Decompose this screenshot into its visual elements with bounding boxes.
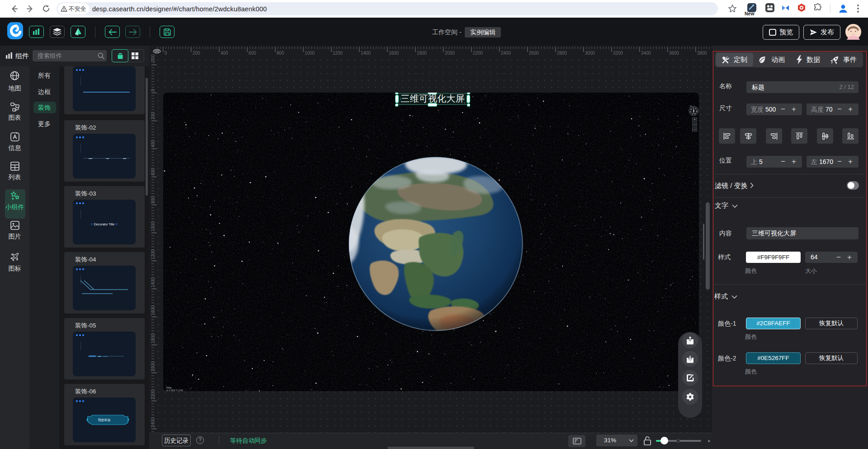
svg-text:1200: 1200 xyxy=(333,51,343,56)
svg-text:800: 800 xyxy=(277,51,284,56)
svg-text:1600: 1600 xyxy=(151,305,156,316)
svg-text:400: 400 xyxy=(221,51,228,56)
svg-text:1400: 1400 xyxy=(361,51,371,56)
svg-text:-200: -200 xyxy=(151,54,156,63)
svg-text:2800: 2800 xyxy=(557,51,567,56)
svg-text:1800: 1800 xyxy=(417,51,427,56)
svg-text:0: 0 xyxy=(165,51,167,56)
svg-text:2000: 2000 xyxy=(151,361,156,372)
svg-text:1000: 1000 xyxy=(151,221,156,232)
svg-text:1600: 1600 xyxy=(389,51,399,56)
svg-text:2600: 2600 xyxy=(529,51,539,56)
svg-text:2400: 2400 xyxy=(151,417,156,428)
svg-text:200: 200 xyxy=(193,51,200,56)
svg-text:200: 200 xyxy=(151,112,156,119)
svg-text:3200: 3200 xyxy=(613,51,623,56)
svg-text:600: 600 xyxy=(151,168,156,175)
svg-text:0: 0 xyxy=(151,89,156,92)
svg-text:3000: 3000 xyxy=(585,51,595,56)
svg-text:3600: 3600 xyxy=(669,51,679,56)
svg-text:400: 400 xyxy=(151,140,156,147)
svg-text:1000: 1000 xyxy=(305,51,315,56)
svg-text:2200: 2200 xyxy=(473,51,483,56)
svg-text:1400: 1400 xyxy=(151,277,156,288)
svg-text:3400: 3400 xyxy=(641,51,651,56)
svg-text:2000: 2000 xyxy=(445,51,455,56)
svg-text:600: 600 xyxy=(249,51,256,56)
svg-text:1800: 1800 xyxy=(151,333,156,344)
svg-text:3800: 3800 xyxy=(697,51,708,56)
svg-text:2400: 2400 xyxy=(501,51,511,56)
svg-text:800: 800 xyxy=(151,196,156,203)
svg-text:2200: 2200 xyxy=(151,389,156,400)
svg-text:1200: 1200 xyxy=(151,249,156,260)
